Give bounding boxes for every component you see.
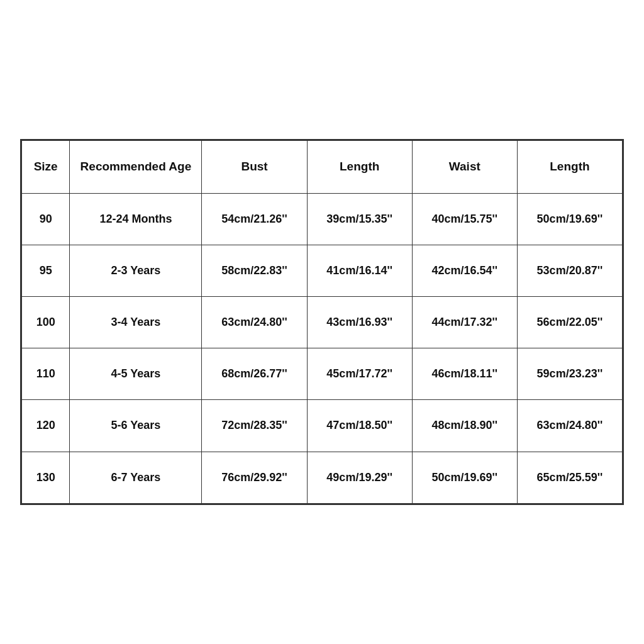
header-recommended-age: Recommended Age (70, 141, 202, 194)
cell-age: 12-24 Months (70, 193, 202, 245)
header-length2: Length (517, 141, 622, 194)
cell-length1: 43cm/16.93'' (307, 297, 412, 348)
cell-size: 90 (22, 193, 70, 245)
cell-bust: 76cm/29.92'' (202, 452, 307, 503)
cell-waist: 40cm/15.75'' (412, 193, 517, 245)
cell-size: 130 (22, 452, 70, 503)
cell-bust: 54cm/21.26'' (202, 193, 307, 245)
cell-length1: 39cm/15.35'' (307, 193, 412, 245)
header-bust: Bust (202, 141, 307, 194)
cell-length1: 41cm/16.14'' (307, 245, 412, 296)
cell-age: 3-4 Years (70, 297, 202, 348)
table-row: 1205-6 Years72cm/28.35''47cm/18.50''48cm… (22, 400, 623, 452)
table-row: 1306-7 Years76cm/29.92''49cm/19.29''50cm… (22, 452, 623, 503)
cell-length2: 65cm/25.59'' (517, 452, 622, 503)
size-chart-container: Size Recommended Age Bust Length Waist L… (20, 139, 624, 505)
cell-length2: 50cm/19.69'' (517, 193, 622, 245)
cell-bust: 58cm/22.83'' (202, 245, 307, 296)
cell-age: 4-5 Years (70, 348, 202, 400)
cell-age: 2-3 Years (70, 245, 202, 296)
cell-size: 95 (22, 245, 70, 296)
cell-bust: 72cm/28.35'' (202, 400, 307, 452)
size-chart-table: Size Recommended Age Bust Length Waist L… (21, 140, 623, 504)
table-row: 1003-4 Years63cm/24.80''43cm/16.93''44cm… (22, 297, 623, 348)
table-row: 1104-5 Years68cm/26.77''45cm/17.72''46cm… (22, 348, 623, 400)
table-row: 9012-24 Months54cm/21.26''39cm/15.35''40… (22, 193, 623, 245)
cell-bust: 68cm/26.77'' (202, 348, 307, 400)
cell-length2: 53cm/20.87'' (517, 245, 622, 296)
cell-length2: 56cm/22.05'' (517, 297, 622, 348)
header-size: Size (22, 141, 70, 194)
cell-waist: 44cm/17.32'' (412, 297, 517, 348)
cell-size: 100 (22, 297, 70, 348)
table-row: 952-3 Years58cm/22.83''41cm/16.14''42cm/… (22, 245, 623, 296)
cell-age: 6-7 Years (70, 452, 202, 503)
cell-waist: 46cm/18.11'' (412, 348, 517, 400)
cell-waist: 50cm/19.69'' (412, 452, 517, 503)
cell-age: 5-6 Years (70, 400, 202, 452)
cell-size: 110 (22, 348, 70, 400)
cell-length1: 45cm/17.72'' (307, 348, 412, 400)
cell-length1: 47cm/18.50'' (307, 400, 412, 452)
cell-length1: 49cm/19.29'' (307, 452, 412, 503)
cell-length2: 63cm/24.80'' (517, 400, 622, 452)
cell-size: 120 (22, 400, 70, 452)
cell-bust: 63cm/24.80'' (202, 297, 307, 348)
header-row: Size Recommended Age Bust Length Waist L… (22, 141, 623, 194)
header-length1: Length (307, 141, 412, 194)
cell-waist: 42cm/16.54'' (412, 245, 517, 296)
header-waist: Waist (412, 141, 517, 194)
cell-waist: 48cm/18.90'' (412, 400, 517, 452)
cell-length2: 59cm/23.23'' (517, 348, 622, 400)
